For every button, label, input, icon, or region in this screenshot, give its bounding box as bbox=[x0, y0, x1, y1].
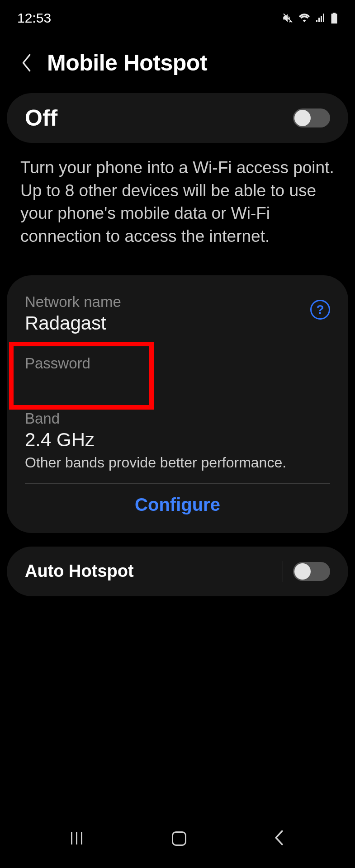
band-row[interactable]: Band 2.4 GHz Other bands provide better … bbox=[7, 406, 348, 483]
band-note: Other bands provide better performance. bbox=[25, 453, 330, 472]
hotspot-state-label: Off bbox=[25, 105, 57, 131]
status-icons bbox=[282, 12, 338, 24]
separator bbox=[283, 561, 283, 582]
mute-icon bbox=[282, 12, 293, 24]
hotspot-settings-card: Network name Radagast ? Password Band 2.… bbox=[7, 275, 348, 533]
hotspot-switch[interactable] bbox=[293, 108, 330, 127]
network-name-label: Network name bbox=[25, 293, 330, 311]
wifi-icon bbox=[298, 13, 311, 23]
network-name-value: Radagast bbox=[25, 312, 330, 334]
network-name-row[interactable]: Network name Radagast ? bbox=[7, 289, 348, 350]
page-title: Mobile Hotspot bbox=[47, 50, 207, 76]
help-icon[interactable]: ? bbox=[310, 300, 330, 320]
auto-hotspot-row[interactable]: Auto Hotspot bbox=[7, 547, 348, 596]
recents-bar-icon bbox=[81, 832, 82, 844]
recents-bar-icon bbox=[71, 832, 72, 844]
password-row[interactable]: Password bbox=[7, 350, 348, 406]
nav-home-button[interactable] bbox=[172, 831, 186, 846]
switch-knob bbox=[294, 110, 311, 126]
auto-hotspot-label: Auto Hotspot bbox=[25, 561, 134, 581]
signal-icon bbox=[315, 13, 326, 23]
navigation-bar bbox=[0, 814, 355, 868]
band-value: 2.4 GHz bbox=[25, 429, 330, 451]
hotspot-description: Turn your phone into a Wi-Fi access poin… bbox=[0, 143, 355, 262]
status-time: 12:53 bbox=[17, 10, 51, 26]
switch-knob bbox=[294, 563, 311, 580]
chevron-left-icon bbox=[274, 830, 284, 845]
password-label: Password bbox=[25, 355, 330, 372]
nav-recents-button[interactable] bbox=[71, 832, 85, 845]
nav-back-button[interactable] bbox=[274, 830, 284, 847]
configure-button[interactable]: Configure bbox=[7, 484, 348, 529]
battery-icon bbox=[331, 12, 338, 24]
recents-bar-icon bbox=[76, 832, 77, 844]
auto-hotspot-switch[interactable] bbox=[293, 562, 330, 581]
hotspot-toggle-row[interactable]: Off bbox=[7, 93, 348, 143]
app-bar: Mobile Hotspot bbox=[0, 32, 355, 90]
back-button[interactable] bbox=[18, 52, 34, 74]
band-label: Band bbox=[25, 410, 330, 427]
status-bar: 12:53 bbox=[0, 0, 355, 32]
auto-hotspot-right bbox=[283, 561, 330, 582]
chevron-left-icon bbox=[21, 54, 31, 72]
hotspot-toggle-card: Off bbox=[7, 93, 348, 143]
